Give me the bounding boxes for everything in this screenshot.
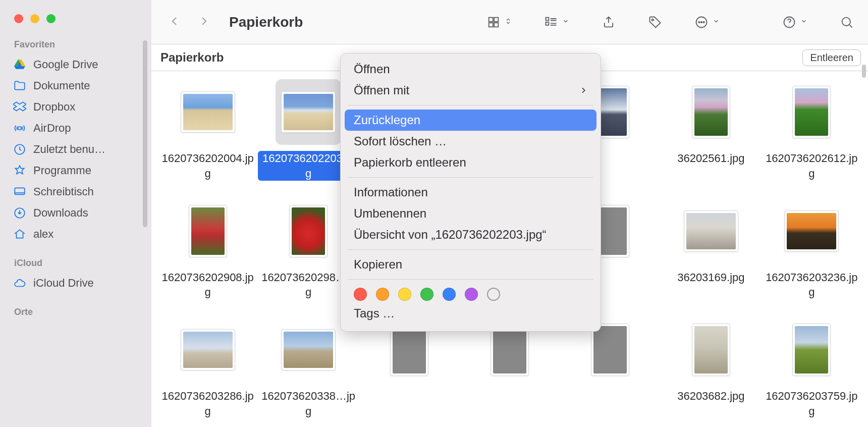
tag-none-dot[interactable] — [487, 288, 500, 301]
cm-delete-now[interactable]: Sofort löschen … — [341, 131, 601, 152]
file-item[interactable]: 36203682.jpg — [661, 317, 761, 427]
svg-rect-2 — [15, 188, 25, 194]
window-close-button[interactable] — [14, 14, 23, 23]
cm-rename[interactable]: Umbenennen — [341, 203, 601, 224]
sidebar-item-label: AirDrop — [33, 122, 71, 135]
cm-quick-look[interactable]: Übersicht von „1620736202203.jpg“ — [341, 224, 601, 245]
file-item[interactable] — [359, 317, 459, 427]
cloud-icon — [13, 277, 26, 290]
file-item[interactable]: 36202561.jpg — [661, 79, 761, 189]
desktop-icon — [13, 185, 26, 198]
cm-put-back[interactable]: Zurücklegen — [345, 110, 596, 131]
sidebar-section-locations: Orte — [0, 294, 151, 322]
tag-color-dot[interactable] — [398, 288, 411, 301]
tag-color-dot[interactable] — [420, 288, 433, 301]
cm-copy[interactable]: Kopieren — [341, 254, 601, 275]
window-zoom-button[interactable] — [46, 14, 56, 23]
cm-separator — [348, 177, 593, 178]
downloads-icon — [13, 206, 26, 220]
file-thumb-wrap — [779, 317, 844, 383]
sidebar-item-applications[interactable]: Programme — [0, 160, 151, 181]
sidebar-item-downloads[interactable]: Downloads — [0, 202, 151, 224]
section-title: Papierkorb — [160, 50, 224, 65]
airdrop-icon — [13, 122, 26, 135]
search-button[interactable] — [840, 15, 854, 29]
file-item[interactable]: 1620736202612.jpg — [762, 79, 862, 189]
file-item[interactable]: 162073620338…jpg — [258, 317, 358, 427]
sidebar-item-label: Schreibtisch — [33, 185, 94, 198]
more-button[interactable] — [694, 15, 720, 29]
cm-open-with[interactable]: Öffnen mit — [341, 80, 601, 101]
sidebar-scrollbar[interactable] — [143, 40, 147, 227]
file-item[interactable]: 1620736203759.jpg — [762, 317, 862, 427]
file-name: 36203682.jpg — [677, 389, 744, 404]
svg-point-14 — [703, 21, 704, 22]
content-scrollbar[interactable] — [862, 65, 866, 78]
file-thumbnail — [792, 86, 831, 138]
tag-color-dot[interactable] — [465, 288, 478, 301]
tag-color-dot[interactable] — [354, 288, 367, 301]
sidebar-item-documents[interactable]: Dokumente — [0, 75, 151, 96]
cm-tags-more[interactable]: Tags … — [341, 303, 601, 324]
file-item[interactable]: 1620736203236.jpg — [762, 198, 862, 308]
file-thumb-wrap — [276, 79, 341, 145]
file-name: 36203169.jpg — [677, 270, 744, 285]
file-thumb-wrap — [175, 317, 241, 383]
svg-point-13 — [701, 21, 702, 22]
window-minimize-button[interactable] — [30, 14, 39, 23]
file-item[interactable]: 1620736202004.jpg — [157, 79, 258, 189]
cm-open[interactable]: Öffnen — [341, 59, 601, 80]
cm-separator — [348, 249, 593, 250]
svg-rect-9 — [546, 22, 549, 25]
group-button[interactable] — [544, 15, 569, 29]
sidebar-item-airdrop[interactable]: AirDrop — [0, 118, 151, 139]
updown-icon — [505, 18, 512, 27]
view-mode-button[interactable] — [486, 15, 512, 29]
nav-back-button[interactable] — [169, 15, 181, 29]
svg-rect-7 — [494, 23, 498, 27]
cm-info[interactable]: Informationen — [341, 182, 601, 203]
file-name: 1620736203759.jpg — [764, 389, 859, 418]
window-title: Papierkorb — [229, 14, 303, 30]
file-thumbnail — [692, 324, 730, 376]
file-item[interactable] — [560, 317, 661, 427]
file-thumb-wrap — [678, 198, 744, 264]
file-thumbnail — [181, 329, 235, 370]
sidebar-item-label: Programme — [33, 164, 91, 177]
sidebar-item-google-drive[interactable]: Google Drive — [0, 54, 151, 75]
sidebar-section-icloud: iCloud — [0, 245, 151, 273]
file-name: 1620736202612.jpg — [764, 151, 859, 181]
svg-rect-4 — [489, 17, 493, 21]
sidebar-item-desktop[interactable]: Schreibtisch — [0, 181, 151, 202]
svg-rect-5 — [494, 17, 498, 21]
nav-forward-button[interactable] — [198, 15, 210, 29]
chevron-down-icon — [800, 18, 807, 27]
file-item[interactable]: 1620736202908.jpg — [157, 198, 258, 308]
share-button[interactable] — [602, 15, 616, 29]
window-traffic-lights — [0, 0, 151, 23]
help-button[interactable] — [782, 15, 807, 29]
tags-button[interactable] — [648, 15, 662, 29]
file-item[interactable] — [459, 317, 560, 427]
file-name: 36202561.jpg — [677, 151, 744, 166]
tag-color-dot[interactable] — [376, 288, 389, 301]
apps-icon — [13, 164, 26, 177]
sidebar-item-recents[interactable]: Zuletzt benu… — [0, 139, 151, 160]
svg-point-16 — [789, 24, 790, 25]
sidebar-item-dropbox[interactable]: Dropbox — [0, 96, 151, 118]
file-item[interactable]: 1620736203286.jpg — [157, 317, 258, 427]
svg-rect-8 — [546, 17, 549, 20]
cm-separator — [348, 279, 593, 280]
file-name: 162073620338…jpg — [260, 389, 356, 418]
sidebar-item-icloud-drive[interactable]: iCloud Drive — [0, 273, 151, 294]
sidebar-item-home[interactable]: alex — [0, 224, 151, 245]
file-thumb-wrap — [779, 198, 844, 264]
svg-point-17 — [842, 17, 850, 25]
tag-color-dot[interactable] — [443, 288, 456, 301]
file-item[interactable]: 36203169.jpg — [661, 198, 761, 308]
file-thumb-wrap — [276, 317, 341, 383]
empty-trash-button[interactable]: Entleeren — [802, 49, 861, 66]
cm-empty-trash[interactable]: Papierkorb entleeren — [341, 152, 601, 173]
file-thumbnail — [792, 324, 831, 376]
file-thumb-wrap — [175, 198, 241, 264]
